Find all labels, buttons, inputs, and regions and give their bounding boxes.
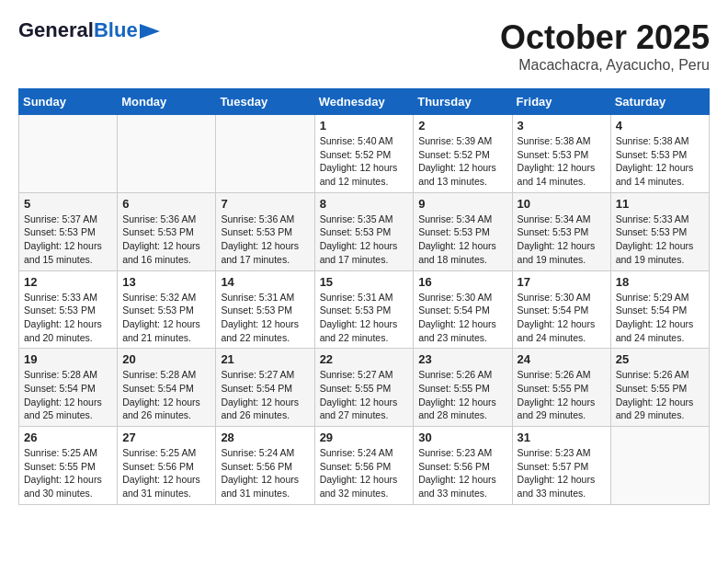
day-info: Sunrise: 5:27 AM Sunset: 5:54 PM Dayligh…	[221, 368, 309, 422]
calendar-body: 1Sunrise: 5:40 AM Sunset: 5:52 PM Daylig…	[19, 115, 710, 505]
calendar-cell: 8Sunrise: 5:35 AM Sunset: 5:53 PM Daylig…	[314, 192, 414, 270]
calendar-cell: 18Sunrise: 5:29 AM Sunset: 5:54 PM Dayli…	[610, 270, 709, 349]
calendar-cell: 15Sunrise: 5:31 AM Sunset: 5:53 PM Dayli…	[314, 270, 414, 349]
calendar-cell: 6Sunrise: 5:36 AM Sunset: 5:53 PM Daylig…	[118, 192, 216, 270]
calendar-cell: 13Sunrise: 5:32 AM Sunset: 5:53 PM Dayli…	[118, 270, 216, 349]
day-number: 2	[418, 119, 506, 132]
calendar-cell: 22Sunrise: 5:27 AM Sunset: 5:55 PM Dayli…	[314, 349, 414, 427]
day-number: 3	[518, 119, 606, 132]
day-info: Sunrise: 5:26 AM Sunset: 5:55 PM Dayligh…	[418, 368, 506, 422]
calendar-week-row: 1Sunrise: 5:40 AM Sunset: 5:52 PM Daylig…	[19, 115, 710, 193]
day-number: 30	[418, 431, 506, 444]
day-info: Sunrise: 5:38 AM Sunset: 5:53 PM Dayligh…	[518, 134, 606, 189]
calendar-cell: 16Sunrise: 5:30 AM Sunset: 5:54 PM Dayli…	[414, 270, 512, 349]
day-info: Sunrise: 5:40 AM Sunset: 5:52 PM Dayligh…	[320, 134, 409, 189]
day-info: Sunrise: 5:23 AM Sunset: 5:56 PM Dayligh…	[418, 446, 506, 500]
day-number: 21	[221, 352, 309, 366]
day-number: 22	[320, 352, 409, 366]
calendar-cell	[216, 115, 314, 193]
day-number: 12	[24, 275, 112, 289]
day-info: Sunrise: 5:37 AM Sunset: 5:53 PM Dayligh…	[24, 213, 112, 267]
calendar-cell	[610, 427, 709, 505]
calendar-cell	[19, 115, 118, 193]
day-info: Sunrise: 5:39 AM Sunset: 5:52 PM Dayligh…	[418, 134, 506, 189]
calendar-cell: 9Sunrise: 5:34 AM Sunset: 5:53 PM Daylig…	[414, 192, 512, 270]
day-number: 31	[518, 431, 606, 444]
day-info: Sunrise: 5:31 AM Sunset: 5:53 PM Dayligh…	[320, 291, 409, 345]
logo-arrow-icon	[140, 24, 160, 39]
day-number: 5	[24, 197, 112, 211]
day-number: 11	[616, 197, 704, 211]
day-info: Sunrise: 5:27 AM Sunset: 5:55 PM Dayligh…	[320, 368, 409, 422]
day-info: Sunrise: 5:26 AM Sunset: 5:55 PM Dayligh…	[518, 368, 606, 422]
weekday-header-friday: Friday	[512, 89, 610, 115]
calendar-cell: 17Sunrise: 5:30 AM Sunset: 5:54 PM Dayli…	[512, 270, 610, 349]
day-number: 24	[518, 352, 606, 366]
day-number: 4	[616, 119, 704, 132]
calendar-cell: 29Sunrise: 5:24 AM Sunset: 5:56 PM Dayli…	[314, 427, 414, 505]
day-number: 17	[518, 275, 606, 289]
calendar-cell: 11Sunrise: 5:33 AM Sunset: 5:53 PM Dayli…	[610, 192, 709, 270]
weekday-header-sunday: Sunday	[19, 89, 118, 115]
day-number: 14	[221, 275, 309, 289]
day-number: 10	[518, 197, 606, 211]
calendar-cell: 19Sunrise: 5:28 AM Sunset: 5:54 PM Dayli…	[19, 349, 118, 427]
calendar-cell: 26Sunrise: 5:25 AM Sunset: 5:55 PM Dayli…	[19, 427, 118, 505]
calendar-cell: 20Sunrise: 5:28 AM Sunset: 5:54 PM Dayli…	[118, 349, 216, 427]
calendar-week-row: 5Sunrise: 5:37 AM Sunset: 5:53 PM Daylig…	[19, 192, 710, 270]
day-info: Sunrise: 5:35 AM Sunset: 5:53 PM Dayligh…	[320, 213, 409, 267]
calendar-cell: 31Sunrise: 5:23 AM Sunset: 5:57 PM Dayli…	[512, 427, 610, 505]
calendar-week-row: 26Sunrise: 5:25 AM Sunset: 5:55 PM Dayli…	[19, 427, 710, 505]
calendar-cell: 23Sunrise: 5:26 AM Sunset: 5:55 PM Dayli…	[414, 349, 512, 427]
day-number: 19	[24, 352, 112, 366]
day-info: Sunrise: 5:31 AM Sunset: 5:53 PM Dayligh…	[221, 291, 309, 345]
day-info: Sunrise: 5:26 AM Sunset: 5:55 PM Dayligh…	[616, 368, 704, 422]
calendar-cell: 30Sunrise: 5:23 AM Sunset: 5:56 PM Dayli…	[414, 427, 512, 505]
day-info: Sunrise: 5:38 AM Sunset: 5:53 PM Dayligh…	[616, 134, 704, 189]
day-info: Sunrise: 5:25 AM Sunset: 5:56 PM Dayligh…	[122, 446, 210, 500]
weekday-header-wednesday: Wednesday	[314, 89, 414, 115]
day-info: Sunrise: 5:25 AM Sunset: 5:55 PM Dayligh…	[24, 446, 112, 500]
svg-marker-0	[140, 24, 160, 39]
weekday-header-thursday: Thursday	[414, 89, 512, 115]
logo-blue: Blue	[94, 18, 138, 42]
calendar-cell: 14Sunrise: 5:31 AM Sunset: 5:53 PM Dayli…	[216, 270, 314, 349]
logo-general: General	[18, 18, 94, 42]
calendar-cell: 21Sunrise: 5:27 AM Sunset: 5:54 PM Dayli…	[216, 349, 314, 427]
title-block: October 2025 Macachacra, Ayacucho, Peru	[500, 18, 710, 74]
day-info: Sunrise: 5:29 AM Sunset: 5:54 PM Dayligh…	[616, 291, 704, 345]
day-number: 25	[616, 352, 704, 366]
day-info: Sunrise: 5:30 AM Sunset: 5:54 PM Dayligh…	[418, 291, 506, 345]
day-number: 6	[122, 197, 210, 211]
day-number: 27	[122, 431, 210, 444]
calendar-cell: 28Sunrise: 5:24 AM Sunset: 5:56 PM Dayli…	[216, 427, 314, 505]
day-number: 9	[418, 197, 506, 211]
month-year-title: October 2025	[500, 18, 710, 57]
page-header: General Blue October 2025 Macachacra, Ay…	[18, 18, 710, 74]
day-number: 28	[221, 431, 309, 444]
day-number: 7	[221, 197, 309, 211]
calendar-cell: 25Sunrise: 5:26 AM Sunset: 5:55 PM Dayli…	[610, 349, 709, 427]
calendar-cell: 7Sunrise: 5:36 AM Sunset: 5:53 PM Daylig…	[216, 192, 314, 270]
calendar-cell: 27Sunrise: 5:25 AM Sunset: 5:56 PM Dayli…	[118, 427, 216, 505]
day-info: Sunrise: 5:33 AM Sunset: 5:53 PM Dayligh…	[24, 291, 112, 345]
weekday-header-saturday: Saturday	[610, 89, 709, 115]
day-info: Sunrise: 5:34 AM Sunset: 5:53 PM Dayligh…	[518, 213, 606, 267]
day-number: 15	[320, 275, 409, 289]
day-number: 20	[122, 352, 210, 366]
calendar-cell: 5Sunrise: 5:37 AM Sunset: 5:53 PM Daylig…	[19, 192, 118, 270]
calendar-cell	[118, 115, 216, 193]
calendar-week-row: 12Sunrise: 5:33 AM Sunset: 5:53 PM Dayli…	[19, 270, 710, 349]
day-number: 8	[320, 197, 409, 211]
day-info: Sunrise: 5:23 AM Sunset: 5:57 PM Dayligh…	[518, 446, 606, 500]
day-info: Sunrise: 5:30 AM Sunset: 5:54 PM Dayligh…	[518, 291, 606, 345]
day-number: 29	[320, 431, 409, 444]
calendar-week-row: 19Sunrise: 5:28 AM Sunset: 5:54 PM Dayli…	[19, 349, 710, 427]
logo: General Blue	[18, 18, 160, 42]
weekday-header-monday: Monday	[118, 89, 216, 115]
calendar-cell: 3Sunrise: 5:38 AM Sunset: 5:53 PM Daylig…	[512, 115, 610, 193]
day-info: Sunrise: 5:28 AM Sunset: 5:54 PM Dayligh…	[24, 368, 112, 422]
day-info: Sunrise: 5:33 AM Sunset: 5:53 PM Dayligh…	[616, 213, 704, 267]
day-info: Sunrise: 5:36 AM Sunset: 5:53 PM Dayligh…	[221, 213, 309, 267]
calendar-cell: 1Sunrise: 5:40 AM Sunset: 5:52 PM Daylig…	[314, 115, 414, 193]
